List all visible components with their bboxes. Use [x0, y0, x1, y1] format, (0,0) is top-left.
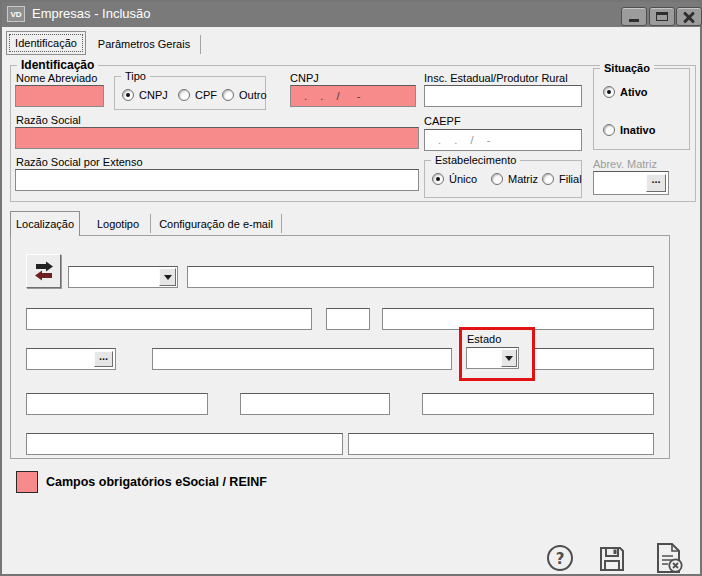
- required-color-swatch: [16, 471, 38, 493]
- radio-estab-filial[interactable]: Filial: [542, 173, 582, 185]
- radio-dot: [542, 173, 554, 185]
- cep-input[interactable]: [533, 348, 654, 370]
- close-button[interactable]: [676, 7, 702, 26]
- razao-social-extenso-label: Razão Social por Extenso: [16, 156, 143, 168]
- abrev-matriz-input[interactable]: ...: [593, 171, 669, 195]
- titlebar: VD Empresas - Inclusão: [2, 2, 700, 27]
- caepf-label: CAEPF: [424, 115, 461, 127]
- ellipsis-icon[interactable]: ...: [94, 351, 113, 367]
- required-note: Campos obrigatórios eSocial / REINF: [46, 475, 267, 489]
- numero-input[interactable]: [326, 308, 370, 330]
- estado-combobox[interactable]: [466, 347, 519, 369]
- help-button[interactable]: ?: [546, 544, 574, 576]
- radio-estab-unico[interactable]: Único: [432, 173, 477, 185]
- cidade-input[interactable]: [152, 348, 452, 370]
- radio-dot: [222, 89, 234, 101]
- close-icon: [683, 11, 695, 23]
- radio-tipo-cpf[interactable]: CPF: [178, 89, 217, 101]
- tab-separator: [281, 214, 282, 233]
- radio-dot: [122, 89, 134, 101]
- razao-social-label: Razão Social: [16, 114, 81, 126]
- window-title: Empresas - Inclusão: [32, 6, 151, 21]
- fax-input[interactable]: [240, 393, 390, 415]
- dropdown-button[interactable]: [159, 268, 176, 286]
- empresas-window: VD Empresas - Inclusão Identificação Par…: [0, 0, 702, 576]
- nome-abreviado-label: Nome Abreviado: [16, 72, 97, 84]
- email-input[interactable]: [26, 433, 343, 455]
- maximize-button[interactable]: [649, 7, 675, 26]
- radio-tipo-cnpj[interactable]: CNPJ: [122, 89, 168, 101]
- endereco-input[interactable]: [187, 266, 654, 288]
- maximize-icon: [656, 12, 668, 21]
- radio-dot: [603, 86, 615, 98]
- situacao-legend: Situação: [600, 62, 654, 75]
- tab-configuracao-email[interactable]: Configuração de e-mail: [155, 213, 277, 234]
- chevron-down-icon: [505, 356, 513, 361]
- radio-dot: [432, 173, 444, 185]
- swap-arrows-icon: [33, 261, 55, 281]
- ellipsis-icon[interactable]: ...: [646, 174, 666, 192]
- chevron-down-icon: [164, 275, 172, 280]
- logradouro-combobox[interactable]: [68, 266, 178, 288]
- radio-situacao-inativo[interactable]: Inativo: [603, 124, 655, 136]
- minimize-button[interactable]: [621, 7, 647, 26]
- address-lookup-button[interactable]: [26, 254, 61, 288]
- telefone-input[interactable]: [26, 393, 208, 415]
- complemento-input[interactable]: [26, 308, 312, 330]
- tipo-legend: Tipo: [121, 70, 150, 83]
- save-icon: [598, 545, 626, 573]
- cnpj-label: CNPJ: [290, 72, 319, 84]
- caepf-input[interactable]: [424, 129, 582, 151]
- cnpj-input[interactable]: [290, 85, 416, 107]
- dropdown-button[interactable]: [501, 349, 517, 367]
- abrev-matriz-label: Abrev. Matriz: [593, 158, 657, 170]
- tab-localizacao[interactable]: Localização: [10, 211, 80, 236]
- radio-estab-matriz[interactable]: Matriz: [491, 173, 538, 185]
- cancel-document-button[interactable]: [653, 542, 684, 576]
- razao-social-input[interactable]: [15, 127, 419, 149]
- help-icon: ?: [546, 544, 574, 572]
- app-icon: VD: [7, 6, 25, 22]
- situacao-groupbox: Situação: [593, 68, 690, 150]
- insc-estadual-input[interactable]: [424, 85, 582, 107]
- estabelecimento-legend: Estabelecimento: [431, 154, 520, 167]
- codigo-cidade-input[interactable]: ...: [26, 348, 116, 370]
- radio-dot: [178, 89, 190, 101]
- razao-social-extenso-input[interactable]: [15, 169, 419, 191]
- insc-estadual-label: Insc. Estadual/Produtor Rural: [424, 72, 568, 84]
- radio-situacao-ativo[interactable]: Ativo: [603, 86, 648, 98]
- svg-text:?: ?: [556, 550, 565, 568]
- tab-separator: [200, 35, 201, 54]
- tab-parametros-gerais[interactable]: Parâmetros Gerais: [94, 33, 194, 54]
- bairro-input[interactable]: [382, 308, 654, 330]
- cancel-document-icon: [653, 542, 684, 574]
- homepage-input[interactable]: [348, 433, 654, 455]
- radio-dot: [491, 173, 503, 185]
- save-button[interactable]: [598, 545, 626, 576]
- identificacao-legend: Identificação: [17, 59, 98, 72]
- minimize-icon: [629, 19, 639, 22]
- contato-input[interactable]: [422, 393, 654, 415]
- tab-identificacao[interactable]: Identificação: [6, 31, 86, 55]
- tab-separator: [150, 214, 151, 233]
- estado-label: Estado: [467, 333, 501, 345]
- nome-abreviado-input[interactable]: [15, 85, 104, 107]
- radio-dot: [603, 124, 615, 136]
- tab-logotipo[interactable]: Logotipo: [90, 213, 146, 234]
- radio-tipo-outro[interactable]: Outro: [222, 89, 267, 101]
